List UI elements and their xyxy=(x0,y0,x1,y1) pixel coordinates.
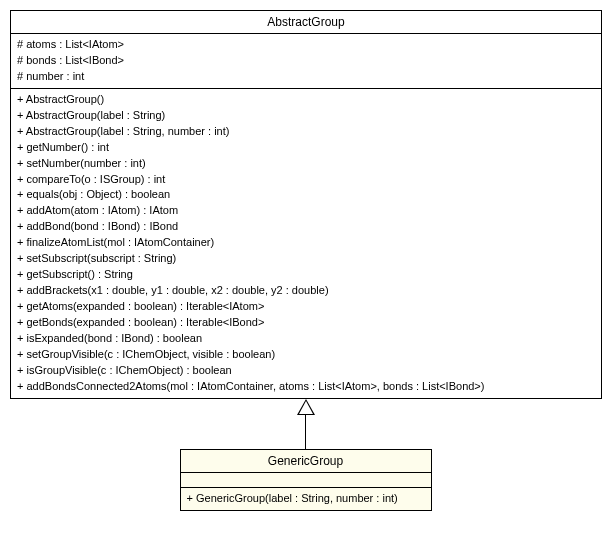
abstract-method-line: + isExpanded(bond : IBond) : boolean xyxy=(17,331,595,347)
generalization-line xyxy=(305,415,306,449)
generalization-connector xyxy=(10,399,601,449)
abstract-method-line: + addBrackets(x1 : double, y1 : double, … xyxy=(17,283,595,299)
concrete-method-line: + GenericGroup(label : String, number : … xyxy=(187,491,425,507)
abstract-methods-compartment: + AbstractGroup()+ AbstractGroup(label :… xyxy=(11,89,601,398)
concrete-class-box: GenericGroup + GenericGroup(label : Stri… xyxy=(180,449,432,511)
abstract-method-line: + AbstractGroup(label : String) xyxy=(17,108,595,124)
abstract-method-line: + getNumber() : int xyxy=(17,140,595,156)
concrete-methods-compartment: + GenericGroup(label : String, number : … xyxy=(181,488,431,510)
abstract-class-name: AbstractGroup xyxy=(11,11,601,34)
abstract-method-line: + AbstractGroup(label : String, number :… xyxy=(17,124,595,140)
abstract-method-line: + addBond(bond : IBond) : IBond xyxy=(17,219,595,235)
abstract-attribute-line: # bonds : List<IBond> xyxy=(17,53,595,69)
abstract-class-box: AbstractGroup # atoms : List<IAtom># bon… xyxy=(10,10,602,399)
abstract-attribute-line: # number : int xyxy=(17,69,595,85)
abstract-method-line: + finalizeAtomList(mol : IAtomContainer) xyxy=(17,235,595,251)
abstract-attributes-compartment: # atoms : List<IAtom># bonds : List<IBon… xyxy=(11,34,601,89)
abstract-method-line: + compareTo(o : ISGroup) : int xyxy=(17,172,595,188)
abstract-attribute-line: # atoms : List<IAtom> xyxy=(17,37,595,53)
abstract-method-line: + AbstractGroup() xyxy=(17,92,595,108)
concrete-attributes-compartment xyxy=(181,473,431,488)
abstract-method-line: + equals(obj : Object) : boolean xyxy=(17,187,595,203)
concrete-class-name: GenericGroup xyxy=(181,450,431,473)
abstract-method-line: + setSubscript(subscript : String) xyxy=(17,251,595,267)
abstract-method-line: + setGroupVisible(c : IChemObject, visib… xyxy=(17,347,595,363)
abstract-method-line: + getSubscript() : String xyxy=(17,267,595,283)
abstract-method-line: + addAtom(atom : IAtom) : IAtom xyxy=(17,203,595,219)
abstract-method-line: + addBondsConnected2Atoms(mol : IAtomCon… xyxy=(17,379,595,395)
generalization-arrowhead-icon xyxy=(297,399,315,415)
abstract-method-line: + isGroupVisible(c : IChemObject) : bool… xyxy=(17,363,595,379)
abstract-method-line: + getAtoms(expanded : boolean) : Iterabl… xyxy=(17,299,595,315)
abstract-method-line: + getBonds(expanded : boolean) : Iterabl… xyxy=(17,315,595,331)
abstract-method-line: + setNumber(number : int) xyxy=(17,156,595,172)
